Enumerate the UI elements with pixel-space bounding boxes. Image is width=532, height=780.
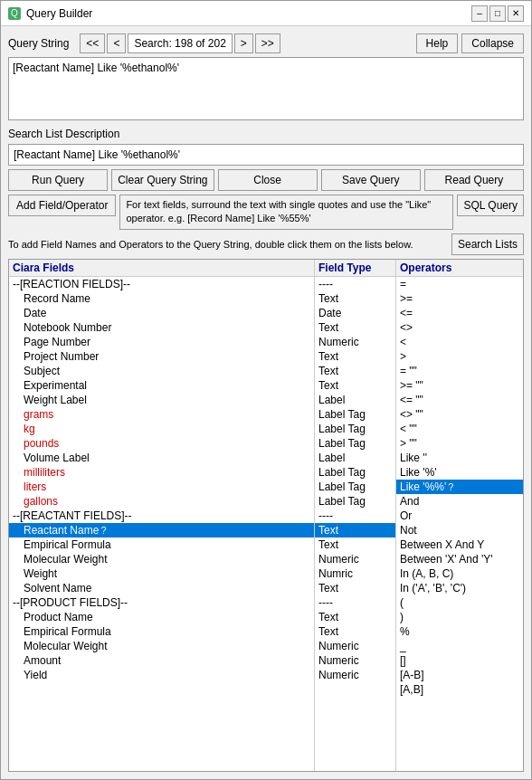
operator-item-19[interactable]: Between X And Y [396, 537, 523, 552]
type-item-1: Text [315, 291, 395, 306]
operator-item-25[interactable]: % [396, 624, 523, 639]
field-item-3[interactable]: Notebook Number [9, 320, 314, 335]
query-textarea[interactable]: [Reactant Name] Like '%ethanol%' [8, 57, 524, 120]
operator-item-6[interactable]: = "" [396, 364, 523, 378]
field-item-25[interactable]: Molecular Weight [9, 639, 314, 653]
operator-item-16[interactable]: And [396, 494, 523, 509]
maximize-button[interactable]: □ [489, 5, 506, 22]
nav-buttons: << < Search: 198 of 202 > >> [80, 33, 280, 53]
operator-item-29[interactable]: [A,B] [396, 682, 523, 697]
operators-list[interactable]: =>=<=<><>= "">= ""<= ""<> ""< ""> ""Like… [396, 277, 523, 771]
field-item-1[interactable]: Record Name [9, 291, 314, 306]
type-item-15: Label Tag [315, 494, 395, 509]
field-item-22[interactable]: --[PRODUCT FIELDS]-- [9, 595, 314, 610]
field-item-21[interactable]: Solvent Name [9, 581, 314, 595]
minimize-button[interactable]: – [471, 5, 488, 22]
operator-item-24[interactable]: ) [396, 610, 523, 624]
help-button[interactable]: Help [416, 33, 459, 53]
type-item-26: Numeric [315, 653, 395, 668]
type-item-16: ---- [315, 509, 395, 523]
type-item-11: Label Tag [315, 436, 395, 451]
operator-item-3[interactable]: <> [396, 320, 523, 335]
nav-prev-button[interactable]: < [107, 33, 126, 53]
field-item-2[interactable]: Date [9, 306, 314, 320]
operator-item-10[interactable]: < "" [396, 422, 523, 436]
field-item-13[interactable]: milliliters [9, 465, 314, 480]
fields-list[interactable]: --[REACTION FIELDS]--Record NameDateNote… [9, 277, 314, 771]
field-item-18[interactable]: Empirical Formula [9, 537, 314, 552]
main-content: Query String << < Search: 198 of 202 > >… [1, 26, 531, 779]
search-lists-button[interactable]: Search Lists [451, 233, 524, 255]
operator-item-22[interactable]: In ('A', 'B', 'C') [396, 581, 523, 595]
operator-item-28[interactable]: [A-B] [396, 668, 523, 682]
search-list-desc-input[interactable] [8, 144, 524, 166]
operator-item-18[interactable]: Not [396, 523, 523, 537]
close-button-main[interactable]: Close [218, 169, 318, 191]
field-item-27[interactable]: Yield [9, 668, 314, 682]
title-bar-left: Q Query Builder [8, 7, 92, 20]
read-query-button[interactable]: Read Query [424, 169, 524, 191]
collapse-button[interactable]: Collapse [461, 33, 524, 53]
field-item-24[interactable]: Empirical Formula [9, 624, 314, 639]
type-item-19: Numeric [315, 552, 395, 566]
window-title: Query Builder [26, 7, 92, 20]
nav-first-button[interactable]: << [80, 33, 105, 53]
sql-query-button[interactable]: SQL Query [457, 195, 524, 216]
field-item-14[interactable]: liters [9, 480, 314, 494]
field-item-17[interactable]: Reactant Name ? [9, 523, 314, 537]
type-item-24: Text [315, 624, 395, 639]
operator-item-20[interactable]: Between 'X' And 'Y' [396, 552, 523, 566]
type-item-12: Label [315, 451, 395, 465]
search-list-desc-label: Search List Description [8, 128, 524, 140]
field-item-0[interactable]: --[REACTION FIELDS]-- [9, 277, 314, 291]
operator-item-4[interactable]: < [396, 335, 523, 349]
operator-item-21[interactable]: In (A, B, C) [396, 566, 523, 581]
query-builder-window: Q Query Builder – □ ✕ Query String << < … [0, 0, 532, 780]
save-query-button[interactable]: Save Query [321, 169, 421, 191]
operator-item-9[interactable]: <> "" [396, 407, 523, 422]
operator-item-14[interactable]: Like '%%' ? [396, 480, 523, 494]
add-field-button[interactable]: Add Field/Operator [8, 195, 116, 216]
operator-item-8[interactable]: <= "" [396, 393, 523, 407]
type-item-14: Label Tag [315, 480, 395, 494]
operator-item-26[interactable]: _ [396, 639, 523, 653]
operator-item-12[interactable]: Like '' [396, 451, 523, 465]
operator-item-13[interactable]: Like '%' [396, 465, 523, 480]
field-item-26[interactable]: Amount [9, 653, 314, 668]
operator-item-1[interactable]: >= [396, 291, 523, 306]
clear-query-button[interactable]: Clear Query String [111, 169, 214, 191]
types-column: Field Type ----TextDateTextNumericTextTe… [315, 260, 396, 771]
field-item-15[interactable]: gallons [9, 494, 314, 509]
field-item-11[interactable]: pounds [9, 436, 314, 451]
field-item-6[interactable]: Subject [9, 364, 314, 378]
field-item-9[interactable]: grams [9, 407, 314, 422]
operator-item-0[interactable]: = [396, 277, 523, 291]
field-item-10[interactable]: kg [9, 422, 314, 436]
field-item-5[interactable]: Project Number [9, 349, 314, 364]
field-hint: For text fields, surround the text with … [119, 195, 453, 230]
close-button[interactable]: ✕ [508, 5, 524, 22]
title-controls: – □ ✕ [471, 5, 524, 22]
field-item-23[interactable]: Product Name [9, 610, 314, 624]
operator-item-27[interactable]: [] [396, 653, 523, 668]
operator-item-2[interactable]: <= [396, 306, 523, 320]
run-query-button[interactable]: Run Query [8, 169, 108, 191]
type-item-23: Text [315, 610, 395, 624]
field-item-8[interactable]: Weight Label [9, 393, 314, 407]
field-item-4[interactable]: Page Number [9, 335, 314, 349]
operator-item-17[interactable]: Or [396, 509, 523, 523]
operator-item-11[interactable]: > "" [396, 436, 523, 451]
operator-item-5[interactable]: > [396, 349, 523, 364]
search-count: Search: 198 of 202 [128, 33, 232, 53]
type-item-20: Numric [315, 566, 395, 581]
operator-item-23[interactable]: ( [396, 595, 523, 610]
nav-next-button[interactable]: > [234, 33, 253, 53]
type-item-22: ---- [315, 595, 395, 610]
nav-last-button[interactable]: >> [255, 33, 280, 53]
field-item-7[interactable]: Experimental [9, 378, 314, 393]
field-item-12[interactable]: Volume Label [9, 451, 314, 465]
operator-item-7[interactable]: >= "" [396, 378, 523, 393]
field-item-20[interactable]: Weight [9, 566, 314, 581]
field-item-16[interactable]: --[REACTANT FIELDS]-- [9, 509, 314, 523]
field-item-19[interactable]: Molecular Weight [9, 552, 314, 566]
